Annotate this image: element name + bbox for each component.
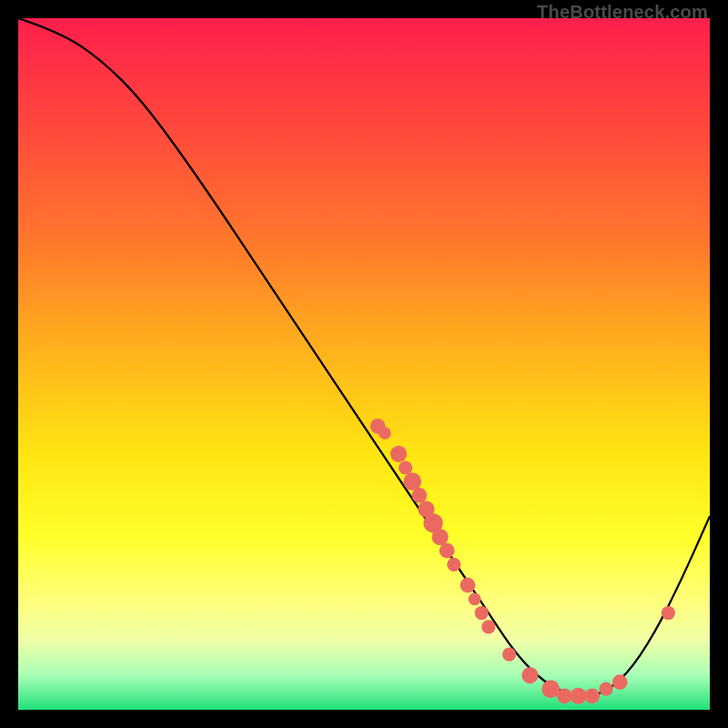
data-point [440, 543, 455, 559]
bottleneck-curve [18, 18, 710, 696]
curve-layer [18, 18, 710, 710]
data-point [612, 674, 628, 690]
chart-stage: TheBottleneck.com [0, 0, 728, 728]
data-point [481, 620, 495, 633]
data-point [390, 446, 407, 462]
data-point [399, 460, 412, 474]
data-point [469, 593, 481, 606]
attribution-label: TheBottleneck.com [537, 2, 708, 23]
data-point [460, 578, 476, 593]
data-point [599, 682, 612, 696]
data-point [557, 688, 572, 703]
data-point [447, 558, 460, 571]
data-point [431, 529, 448, 545]
data-point [502, 648, 516, 662]
data-point [411, 488, 427, 503]
data-point [475, 606, 489, 620]
data-point [521, 667, 538, 683]
data-point [379, 427, 391, 440]
plot-area [18, 18, 710, 710]
data-point [584, 688, 600, 703]
data-point [662, 606, 675, 620]
data-point [570, 688, 586, 704]
